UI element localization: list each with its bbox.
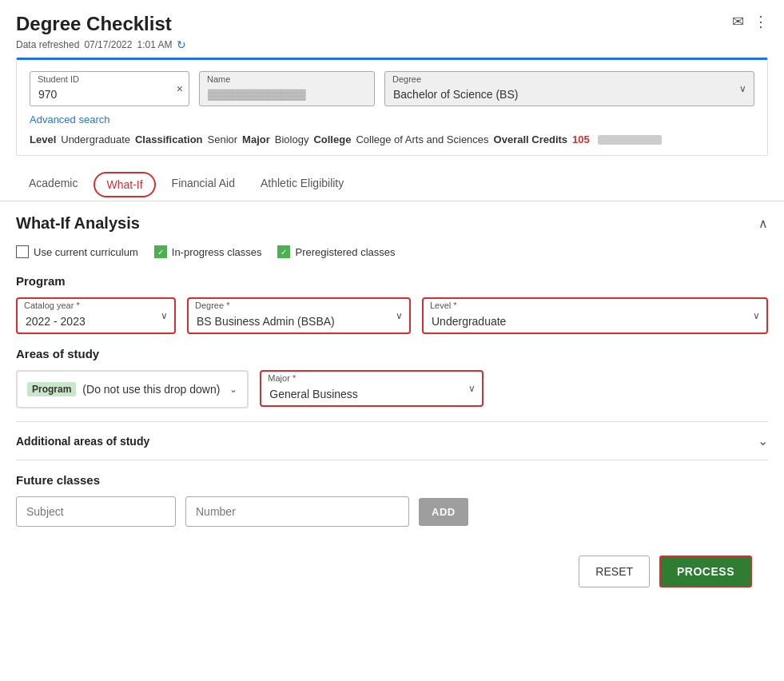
- classification-label: Classification: [135, 133, 203, 145]
- program-badge: Program: [27, 382, 76, 396]
- degree-field: Degree Bachelor of Science (BS) ∨: [384, 71, 754, 106]
- degree-program-field: Degree * BS Business Admin (BSBA) ∨: [187, 297, 411, 334]
- inprogress-option: ✓ In-progress classes: [154, 245, 262, 258]
- clear-student-id-button[interactable]: ×: [177, 82, 183, 95]
- tab-athletic[interactable]: Athletic Eligibility: [248, 169, 356, 201]
- future-classes-row: ADD: [16, 496, 768, 527]
- major-value: Biology: [275, 133, 309, 145]
- level-label: Level: [30, 133, 56, 145]
- program-placeholder: (Do not use this drop down): [82, 383, 220, 396]
- inprogress-checkbox[interactable]: ✓: [154, 245, 167, 258]
- credits-value: 105: [572, 133, 590, 145]
- college-value: College of Arts and Sciences: [356, 133, 488, 145]
- degree-program-label: Degree *: [195, 301, 229, 310]
- bottom-action-bar: RESET PROCESS: [16, 543, 768, 600]
- options-row: Use current curriculum ✓ In-progress cla…: [16, 245, 768, 258]
- level-program-label: Level *: [430, 301, 457, 310]
- additional-areas-header[interactable]: Additional areas of study ⌄: [16, 422, 768, 460]
- credits-label: Overall Credits: [494, 133, 568, 145]
- use-current-option: Use current curriculum: [16, 245, 138, 258]
- program-chevron: ⌄: [229, 384, 237, 395]
- level-program-field: Level * Undergraduate ∨: [422, 297, 768, 334]
- tab-academic[interactable]: Academic: [16, 169, 90, 201]
- inprogress-label: In-progress classes: [172, 246, 262, 258]
- mail-icon[interactable]: ✉: [732, 13, 744, 30]
- catalog-year-label: Catalog year *: [24, 301, 80, 310]
- tab-financial[interactable]: Financial Aid: [159, 169, 248, 201]
- major-select-label: Major *: [268, 373, 296, 383]
- preregistered-label: Preregistered classes: [295, 246, 395, 258]
- catalog-year-field: Catalog year * 2022 - 2023 ∨: [16, 297, 176, 334]
- name-field: Name: [199, 71, 375, 106]
- student-info-bar: Level Undergraduate Classification Senio…: [30, 133, 754, 145]
- use-current-label: Use current curriculum: [34, 246, 138, 258]
- classification-value: Senior: [208, 133, 238, 145]
- add-button[interactable]: ADD: [419, 498, 468, 526]
- process-button[interactable]: PROCESS: [659, 556, 752, 587]
- reset-button[interactable]: RESET: [579, 556, 650, 587]
- tabs-bar: Academic What-If Financial Aid Athletic …: [0, 169, 784, 201]
- major-field: Major * General Business ∨: [260, 370, 484, 407]
- refresh-label: Data refreshed: [16, 39, 79, 50]
- preregistered-option: ✓ Preregistered classes: [277, 245, 395, 258]
- refresh-time: 1:01 AM: [137, 39, 172, 50]
- program-form-row: Catalog year * 2022 - 2023 ∨ Degree * BS…: [16, 297, 768, 334]
- name-label: Name: [207, 74, 230, 84]
- use-current-checkbox[interactable]: [16, 245, 29, 258]
- whatif-title: What-If Analysis: [16, 214, 140, 233]
- refresh-date: 07/17/2022: [84, 39, 132, 50]
- number-input[interactable]: [185, 496, 409, 527]
- menu-icon[interactable]: ⋮: [754, 13, 768, 30]
- whatif-section-header: What-If Analysis ∧: [16, 214, 768, 233]
- page-title: Degree Checklist: [16, 13, 172, 35]
- program-area-dropdown[interactable]: Program (Do not use this drop down) ⌄: [16, 370, 249, 408]
- areas-title: Areas of study: [16, 347, 768, 360]
- areas-row: Program (Do not use this drop down) ⌄ Ma…: [16, 370, 768, 408]
- additional-collapse-icon[interactable]: ⌄: [758, 433, 768, 448]
- level-program-select[interactable]: Undergraduate: [422, 297, 768, 334]
- additional-areas-section: Additional areas of study ⌄: [16, 421, 768, 460]
- search-card: Student ID × Name Degree Bachelor of Sci…: [16, 58, 768, 156]
- refresh-icon[interactable]: ↻: [177, 38, 186, 51]
- subject-input[interactable]: [16, 496, 176, 527]
- advanced-search-link-wrap: Advanced search: [30, 113, 754, 125]
- future-classes-title: Future classes: [16, 473, 768, 487]
- program-title: Program: [16, 274, 768, 288]
- collapse-icon[interactable]: ∧: [758, 216, 768, 231]
- student-id-label: Student ID: [38, 74, 79, 84]
- preregistered-checkbox[interactable]: ✓: [277, 245, 290, 258]
- main-content: What-If Analysis ∧ Use current curriculu…: [0, 201, 784, 613]
- degree-select[interactable]: Bachelor of Science (BS): [384, 71, 754, 106]
- level-value: Undergraduate: [61, 133, 130, 145]
- additional-title: Additional areas of study: [16, 435, 149, 448]
- student-id-field: Student ID ×: [30, 71, 189, 106]
- college-label: College: [313, 133, 351, 145]
- blurred-info-bar: [598, 135, 662, 145]
- advanced-search-link[interactable]: Advanced search: [30, 114, 109, 125]
- degree-label: Degree: [392, 74, 421, 84]
- major-label: Major: [242, 133, 270, 145]
- data-refresh-bar: Data refreshed 07/17/2022 1:01 AM ↻: [0, 35, 784, 58]
- tab-whatif[interactable]: What-If: [94, 172, 155, 197]
